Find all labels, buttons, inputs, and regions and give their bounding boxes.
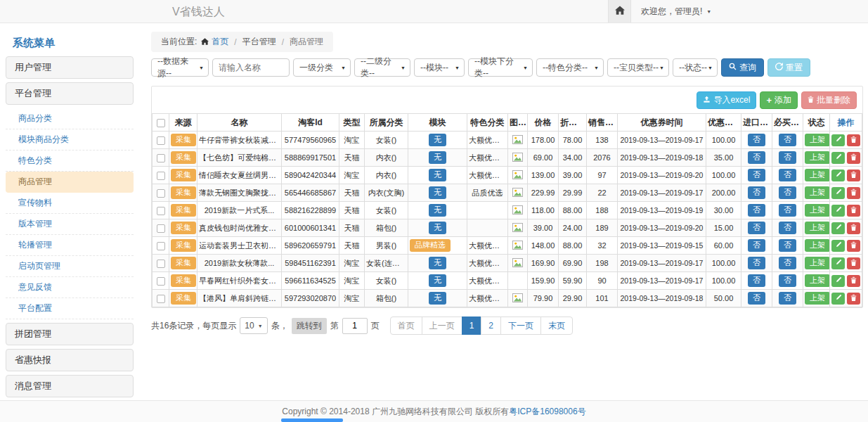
- status-badge[interactable]: 上架: [805, 186, 830, 199]
- delete-button[interactable]: [847, 170, 860, 181]
- status-badge[interactable]: 上架: [805, 292, 830, 305]
- import-select-badge[interactable]: 否: [748, 257, 765, 269]
- must-buy-badge[interactable]: 否: [779, 151, 796, 164]
- name-input[interactable]: [212, 58, 290, 77]
- row-checkbox[interactable]: [157, 172, 165, 180]
- sidebar-item-platform-config[interactable]: 平台配置: [6, 298, 134, 319]
- jump-page-input[interactable]: [342, 318, 368, 334]
- delete-button[interactable]: [847, 134, 860, 146]
- edit-button[interactable]: [831, 275, 845, 287]
- edit-button[interactable]: [831, 205, 845, 217]
- user-menu[interactable]: 欢迎您，管理员! ▼: [641, 6, 711, 18]
- sidebar-group-group-buy[interactable]: 拼团管理: [6, 323, 134, 345]
- import-select-badge[interactable]: 否: [748, 151, 765, 164]
- edit-button[interactable]: [831, 152, 845, 164]
- sidebar-item-feedback[interactable]: 意见反馈: [6, 277, 134, 298]
- add-button[interactable]: + 添加: [760, 91, 798, 109]
- must-buy-badge[interactable]: 否: [779, 169, 796, 181]
- import-select-badge[interactable]: 否: [748, 274, 765, 287]
- edit-button[interactable]: [831, 293, 845, 305]
- must-buy-badge[interactable]: 否: [779, 257, 796, 269]
- row-checkbox[interactable]: [157, 277, 165, 286]
- sidebar-item-product-category[interactable]: 商品分类: [6, 108, 134, 129]
- jump-button[interactable]: 跳转到: [292, 318, 327, 334]
- edit-button[interactable]: [831, 240, 845, 252]
- sidebar-group-message-management[interactable]: 消息管理: [6, 375, 134, 397]
- edit-button[interactable]: [831, 257, 845, 269]
- status-badge[interactable]: 上架: [805, 169, 830, 181]
- row-checkbox[interactable]: [157, 224, 165, 233]
- item-type-select[interactable]: --宝贝类型--▼: [607, 58, 669, 77]
- import-excel-button[interactable]: 导入excel: [697, 91, 756, 109]
- must-buy-badge[interactable]: 否: [779, 222, 796, 234]
- module-subcategory-select[interactable]: --模块下分类--▼: [468, 58, 533, 77]
- breadcrumb-home-link[interactable]: 首页: [201, 36, 228, 48]
- delete-button[interactable]: [847, 275, 860, 287]
- pager-first[interactable]: 首页: [390, 316, 422, 335]
- status-badge[interactable]: 上架: [805, 274, 830, 287]
- must-buy-badge[interactable]: 否: [779, 274, 796, 287]
- status-badge[interactable]: 上架: [805, 151, 830, 164]
- sidebar-item-promo-materials[interactable]: 宣传物料: [6, 193, 134, 214]
- sidebar-item-splash-management[interactable]: 启动页管理: [6, 256, 134, 277]
- data-source-select[interactable]: --数据来源--▼: [151, 58, 209, 77]
- delete-button[interactable]: [847, 152, 860, 164]
- import-select-badge[interactable]: 否: [748, 134, 765, 146]
- module-select[interactable]: --模块--▼: [414, 58, 465, 77]
- must-buy-badge[interactable]: 否: [779, 186, 796, 199]
- edit-button[interactable]: [831, 134, 845, 146]
- delete-button[interactable]: [847, 293, 860, 305]
- row-checkbox[interactable]: [157, 154, 165, 162]
- delete-button[interactable]: [847, 240, 860, 252]
- status-select[interactable]: --状态--▼: [673, 58, 718, 77]
- edit-button[interactable]: [831, 187, 845, 199]
- sidebar-item-carousel-management[interactable]: 轮播管理: [6, 235, 134, 256]
- per-page-select[interactable]: 10▼: [240, 317, 267, 334]
- edit-button[interactable]: [831, 222, 845, 234]
- pager-page-1[interactable]: 1: [462, 316, 482, 335]
- delete-button[interactable]: [847, 205, 860, 217]
- row-checkbox[interactable]: [157, 207, 165, 215]
- row-checkbox[interactable]: [157, 189, 165, 198]
- must-buy-badge[interactable]: 否: [779, 292, 796, 305]
- status-badge[interactable]: 上架: [805, 239, 830, 252]
- batch-delete-button[interactable]: 批量删除: [801, 91, 857, 109]
- must-buy-badge[interactable]: 否: [779, 204, 796, 217]
- delete-button[interactable]: [847, 187, 860, 199]
- import-select-badge[interactable]: 否: [748, 186, 765, 199]
- must-buy-badge[interactable]: 否: [779, 239, 796, 252]
- level2-category-select[interactable]: --二级分类--▼: [354, 58, 410, 77]
- sidebar-group-express-news[interactable]: 省惠快报: [6, 349, 134, 371]
- delete-button[interactable]: [847, 257, 860, 269]
- import-select-badge[interactable]: 否: [748, 169, 765, 181]
- level1-category-select[interactable]: 一级分类▼: [293, 58, 351, 77]
- delete-button[interactable]: [847, 222, 860, 234]
- status-badge[interactable]: 上架: [805, 134, 830, 146]
- import-select-badge[interactable]: 否: [748, 239, 765, 252]
- sidebar-group-user-management[interactable]: 用户管理: [6, 56, 134, 79]
- status-badge[interactable]: 上架: [805, 204, 830, 217]
- pager-next[interactable]: 下一页: [500, 316, 541, 335]
- sidebar-item-feature-category[interactable]: 特色分类: [6, 151, 134, 172]
- row-checkbox[interactable]: [157, 242, 165, 250]
- pager-prev[interactable]: 上一页: [422, 316, 462, 335]
- icp-link[interactable]: 粤ICP备16098006号: [509, 406, 585, 418]
- row-checkbox[interactable]: [157, 295, 165, 303]
- feature-category-select[interactable]: --特色分类--▼: [536, 58, 604, 77]
- home-button[interactable]: [608, 0, 631, 23]
- row-checkbox[interactable]: [157, 136, 165, 145]
- sidebar-item-module-product-category[interactable]: 模块商品分类: [6, 129, 134, 151]
- sidebar-item-version-management[interactable]: 版本管理: [6, 214, 134, 235]
- import-select-badge[interactable]: 否: [748, 292, 765, 305]
- horizontal-scrollbar-thumb[interactable]: [281, 418, 343, 422]
- query-button[interactable]: 查询: [721, 58, 764, 77]
- sidebar-item-product-management[interactable]: 商品管理: [6, 172, 134, 193]
- row-checkbox[interactable]: [157, 260, 165, 268]
- status-badge[interactable]: 上架: [805, 222, 830, 234]
- sidebar-group-platform-management[interactable]: 平台管理: [6, 82, 134, 105]
- reset-button[interactable]: 重置: [767, 58, 810, 77]
- must-buy-badge[interactable]: 否: [779, 134, 796, 146]
- pager-last[interactable]: 末页: [540, 316, 573, 335]
- pager-page-2[interactable]: 2: [481, 316, 501, 335]
- import-select-badge[interactable]: 否: [748, 204, 765, 217]
